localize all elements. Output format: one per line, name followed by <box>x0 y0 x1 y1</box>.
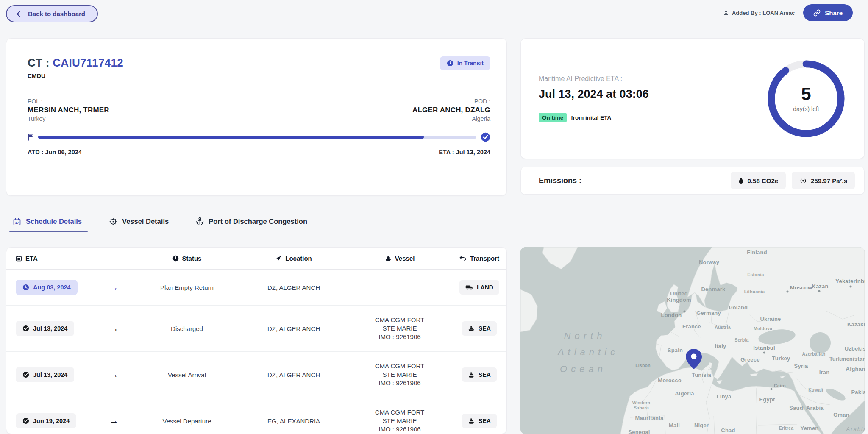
sonar-waves-icon <box>799 178 807 184</box>
tab-port-of-discharge-congestion-label: Port of Discharge Congestion <box>209 217 307 225</box>
arrow-cell: → <box>95 282 134 292</box>
table-row[interactable]: Jun 19, 2024 → Vessel Departure EG, ALEX… <box>6 398 506 434</box>
transport-chip-label: SEA <box>479 417 491 424</box>
vessel-line: STE MARIE <box>383 417 417 425</box>
route-progress <box>28 132 490 142</box>
detail-tabs: 17 Schedule Details Vessel Details Port … <box>13 217 307 226</box>
route-map[interactable]: NorthAtlanticOceanNorwayFinlandEstoniaDe… <box>520 247 865 434</box>
emissions-label: Emissions : <box>539 176 581 185</box>
clock-icon <box>172 255 179 262</box>
predictive-eta-card: Maritime AI Predictive ETA : Jul 13, 202… <box>520 38 865 159</box>
arrow-cell: → <box>95 323 134 334</box>
check-circle-icon <box>22 417 29 424</box>
days-left-value: 5 <box>801 85 811 103</box>
progress-track <box>38 136 476 139</box>
carrier-code: CMDU <box>28 72 123 79</box>
check-circle-icon <box>22 371 29 378</box>
column-header-transport: Transport <box>452 255 506 262</box>
ship-icon <box>468 418 475 424</box>
check-circle-icon <box>22 325 29 332</box>
status-cell: Discharged <box>134 325 240 332</box>
container-number: CT : CAIU7117412 <box>28 56 123 70</box>
schedule-table-header: ETA Status Location Vessel Transport <box>6 248 506 270</box>
transport-chip-label: LAND <box>477 284 493 291</box>
transport-chip: SEA <box>462 321 497 336</box>
vessel-line: CMA CGM FORT <box>375 408 424 417</box>
transport-chip: SEA <box>462 367 497 382</box>
tab-vessel-details[interactable]: Vessel Details <box>109 217 169 226</box>
table-row[interactable]: Aug 03, 2024 → Plan Empty Return DZ, ALG… <box>6 270 506 306</box>
vessel-line: STE MARIE <box>383 370 417 379</box>
vessel-line: CMA CGM FORT <box>375 362 424 370</box>
arrow-right-icon: → <box>110 370 119 380</box>
check-circle-icon <box>481 132 490 142</box>
clock-icon <box>22 284 29 291</box>
ship-icon <box>385 255 392 262</box>
eta-chip: Jun 19, 2024 <box>16 413 76 428</box>
vessel-line: IMO : 9261906 <box>378 333 420 341</box>
column-label-location: Location <box>285 255 312 262</box>
status-badge-label: In Transit <box>457 60 484 67</box>
noise-chip: 259.97 Pa².s <box>792 172 855 189</box>
vessel-line: CMA CGM FORT <box>375 316 424 324</box>
schedule-table-rows: Aug 03, 2024 → Plan Empty Return DZ, ALG… <box>6 270 506 434</box>
column-label-status: Status <box>182 255 202 262</box>
table-row[interactable]: Jul 13, 2024 → Discharged DZ, ALGER ANCH… <box>6 306 506 352</box>
transport-cell: SEA <box>452 414 506 428</box>
arrow-cell: → <box>95 416 134 426</box>
tab-schedule-details[interactable]: 17 Schedule Details <box>13 217 82 226</box>
transport-chip: SEA <box>462 414 497 428</box>
map-pin <box>686 349 702 369</box>
pod-name: ALGER ANCH, DZALG <box>412 106 490 114</box>
pod-country: Algeria <box>412 115 490 122</box>
ship-icon <box>468 372 475 378</box>
transport-chip-label: SEA <box>479 371 491 378</box>
person-icon <box>723 10 729 16</box>
shipment-heading: CT : CAIU7117412 CMDU <box>28 56 123 79</box>
predictive-eta-value: Jul 13, 2024 at 03:06 <box>539 88 649 101</box>
pod-block: POD : ALGER ANCH, DZALG Algeria <box>412 98 490 122</box>
arrows-left-right-icon <box>459 256 467 261</box>
container-tracking-page: Back to dashboard Added By : LOAN Arsac … <box>0 0 868 434</box>
vessel-line: IMO : 9261906 <box>378 379 420 387</box>
ct-label: CT : <box>28 56 50 69</box>
tab-port-of-discharge-congestion[interactable]: Port of Discharge Congestion <box>196 217 307 226</box>
status-cell: Plan Empty Return <box>134 284 240 291</box>
pod-label: POD : <box>412 98 490 105</box>
vessel-line: ... <box>397 283 403 292</box>
transport-cell: SEA <box>452 367 506 382</box>
column-label-vessel: Vessel <box>395 255 415 262</box>
eta-cell: Jun 19, 2024 <box>6 413 95 428</box>
vessel-line: STE MARIE <box>383 324 417 333</box>
link-icon <box>813 9 821 17</box>
shipment-card: CT : CAIU7117412 CMDU In Transit POL : M… <box>6 38 507 196</box>
table-row[interactable]: Jul 13, 2024 → Vessel Arrival DZ, ALGER … <box>6 352 506 398</box>
arrow-cell: → <box>95 370 134 380</box>
on-time-badge: On time <box>539 113 567 122</box>
column-label-eta: ETA <box>25 255 38 262</box>
share-button[interactable]: Share <box>803 4 853 21</box>
anchor-icon <box>196 217 204 226</box>
emissions-card: Emissions : 0.58 CO2e 259.97 Pa².s <box>520 167 865 195</box>
helm-icon <box>109 217 117 226</box>
navigation-arrow-icon <box>275 255 282 262</box>
predictive-eta-block: Maritime AI Predictive ETA : Jul 13, 202… <box>539 75 649 122</box>
location-cell: EG, ALEXANDRIA <box>240 417 347 425</box>
vessel-cell: CMA CGM FORTSTE MARIEIMO : 9261906 <box>347 408 452 434</box>
back-to-dashboard-button[interactable]: Back to dashboard <box>6 5 98 22</box>
location-cell: DZ, ALGER ANCH <box>240 284 347 291</box>
status-cell: Vessel Arrival <box>134 371 240 378</box>
pol-name: MERSIN ANCH, TRMER <box>28 106 109 114</box>
eta-cell: Aug 03, 2024 <box>6 280 95 295</box>
atd-date: ATD : Jun 06, 2024 <box>28 149 82 156</box>
truck-icon <box>465 284 473 290</box>
transport-cell: SEA <box>452 321 506 336</box>
ct-value: CAIU7117412 <box>53 56 123 69</box>
pol-country: Turkey <box>28 115 109 122</box>
arrow-right-icon: → <box>110 282 119 292</box>
pol-label: POL : <box>28 98 109 105</box>
status-cell: Vessel Departure <box>134 417 240 425</box>
clock-icon <box>447 60 453 67</box>
vessel-cell: ... <box>347 283 452 292</box>
vessel-cell: CMA CGM FORTSTE MARIEIMO : 9261906 <box>347 362 452 387</box>
